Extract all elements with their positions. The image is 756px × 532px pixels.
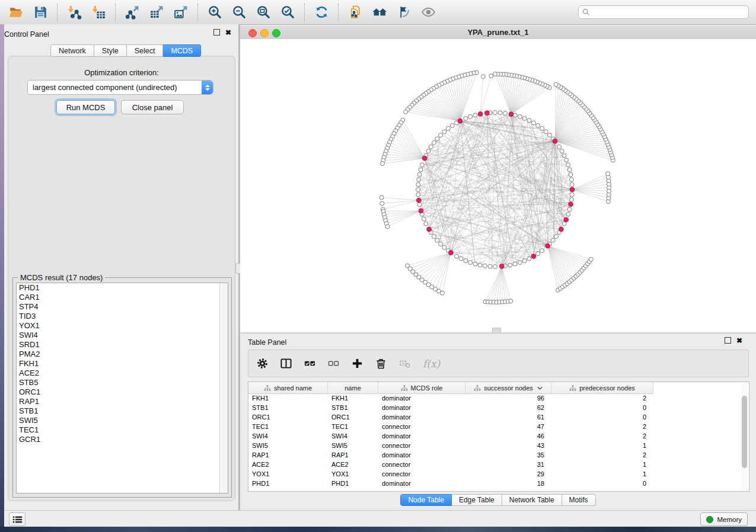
network-node[interactable] (547, 133, 551, 137)
network-graph[interactable] (240, 39, 756, 332)
network-node[interactable] (518, 114, 522, 118)
network-node[interactable] (567, 207, 572, 211)
network-node[interactable] (429, 145, 433, 149)
network-node[interactable] (493, 111, 497, 115)
table-row[interactable]: FKH1FKH1dominator962 (248, 393, 653, 403)
network-node[interactable] (416, 193, 420, 197)
dominator-node[interactable] (449, 251, 454, 255)
criterion-dropdown[interactable]: largest connected component (undirected) (27, 80, 213, 95)
table-row[interactable]: STB1STB1dominator620 (248, 403, 653, 412)
dominator-node[interactable] (569, 202, 573, 207)
tab-network[interactable]: Network (50, 44, 94, 57)
dominator-node[interactable] (509, 112, 513, 117)
mcds-result-item[interactable]: STB1 (17, 406, 228, 416)
dominator-node[interactable] (564, 217, 569, 222)
show-all-networks-icon[interactable] (372, 4, 388, 20)
network-node[interactable] (554, 82, 558, 86)
network-node[interactable] (606, 172, 610, 176)
tab-node-table[interactable]: Node Table (400, 494, 452, 506)
network-node[interactable] (417, 203, 422, 207)
network-node[interactable] (540, 249, 544, 253)
network-node[interactable] (424, 222, 428, 226)
table-row[interactable]: PHD1PHD1dominator180 (248, 479, 653, 488)
gear-icon[interactable] (257, 358, 268, 369)
dominator-node[interactable] (559, 227, 564, 232)
mcds-result-item[interactable]: CAR1 (17, 293, 228, 302)
column-header-shared-name[interactable]: shared name (248, 382, 328, 393)
network-node[interactable] (569, 172, 573, 177)
network-node[interactable] (589, 257, 593, 261)
export-table-icon[interactable] (149, 4, 165, 20)
dominator-node[interactable] (416, 198, 421, 203)
tab-style[interactable]: Style (94, 44, 127, 57)
network-node[interactable] (527, 118, 531, 123)
network-node[interactable] (518, 261, 522, 265)
network-node[interactable] (381, 162, 385, 166)
float-panel-icon[interactable] (213, 29, 220, 36)
network-node[interactable] (509, 299, 513, 303)
table-row[interactable]: YOX1YOX1connector291 (248, 469, 653, 479)
refresh-icon[interactable] (314, 4, 330, 20)
dominator-node[interactable] (485, 111, 490, 116)
memory-button[interactable]: Memory (700, 512, 748, 526)
network-node[interactable] (567, 168, 572, 172)
network-node[interactable] (544, 130, 548, 134)
network-node[interactable] (464, 116, 468, 120)
table-scrollbar-thumb[interactable] (742, 396, 747, 468)
network-node[interactable] (570, 182, 574, 187)
save-session-icon[interactable] (33, 4, 49, 20)
mcds-result-item[interactable]: RAP1 (17, 397, 228, 406)
dominator-node[interactable] (478, 112, 483, 117)
network-node[interactable] (513, 262, 517, 266)
dominator-node[interactable] (531, 254, 536, 259)
network-node[interactable] (435, 238, 439, 242)
tab-mcds[interactable]: MCDS (163, 44, 201, 57)
mcds-result-item[interactable]: YOX1 (17, 321, 228, 331)
dominator-node[interactable] (419, 209, 423, 213)
mcds-result-item[interactable]: STP4 (17, 302, 228, 312)
network-node[interactable] (560, 149, 564, 153)
column-header-predecessor-nodes[interactable]: predecessor nodes (551, 382, 653, 393)
table-row[interactable]: ORC1ORC1dominator610 (248, 412, 653, 422)
network-node[interactable] (468, 261, 473, 265)
column-header-name[interactable]: name (328, 382, 378, 393)
network-node[interactable] (446, 126, 450, 130)
network-node[interactable] (569, 178, 573, 182)
mcds-result-item[interactable]: ORC1 (17, 387, 228, 397)
network-node[interactable] (498, 111, 502, 115)
mcds-result-item[interactable]: SWI4 (17, 331, 228, 340)
network-node[interactable] (493, 72, 497, 76)
column-header-MCDS-role[interactable]: MCDS role (378, 382, 465, 393)
tab-network-table[interactable]: Network Table (502, 494, 562, 506)
column-header-successor-nodes[interactable]: successor nodes (465, 382, 551, 393)
network-node[interactable] (540, 126, 544, 130)
close-panel-button[interactable]: Close panel (121, 100, 184, 114)
network-node[interactable] (570, 193, 574, 197)
network-node[interactable] (379, 196, 384, 200)
delete-icon[interactable] (375, 358, 387, 369)
network-node[interactable] (435, 137, 439, 141)
network-node[interactable] (473, 262, 477, 266)
close-panel-icon[interactable]: ✖ (225, 30, 231, 36)
table-row[interactable]: SWI4SWI4dominator462 (248, 431, 653, 441)
network-node[interactable] (493, 265, 497, 269)
network-node[interactable] (478, 263, 482, 267)
zoom-out-icon[interactable] (231, 4, 247, 20)
columns-icon[interactable] (280, 358, 292, 369)
network-node[interactable] (488, 264, 492, 268)
dominator-node[interactable] (553, 139, 557, 143)
network-node[interactable] (481, 75, 485, 79)
mcds-result-item[interactable]: SWI5 (17, 416, 228, 425)
network-node[interactable] (442, 245, 446, 249)
dominator-node[interactable] (422, 156, 427, 161)
import-table-icon[interactable] (91, 4, 107, 20)
mcds-result-item[interactable]: SRD1 (17, 340, 228, 350)
dominator-node[interactable] (427, 227, 432, 232)
network-node[interactable] (420, 163, 424, 167)
search-box[interactable] (578, 5, 749, 19)
network-node[interactable] (569, 198, 573, 202)
network-node[interactable] (416, 188, 420, 192)
node-table[interactable]: shared namenameMCDS rolesuccessor nodesp… (248, 382, 749, 492)
network-node[interactable] (508, 263, 512, 267)
dominator-node[interactable] (458, 118, 462, 123)
